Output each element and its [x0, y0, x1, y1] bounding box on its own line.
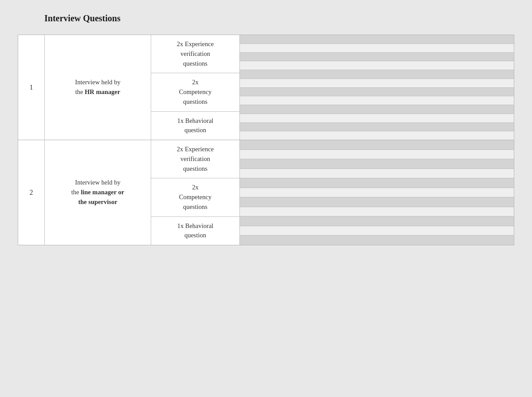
main-table: 1 Interview held bythe HR manager 2x Exp…: [18, 35, 514, 245]
stripe: [240, 236, 514, 245]
questions-col-1: 2x Experienceverificationquestions 2xCom…: [151, 35, 240, 140]
stripe: [240, 114, 514, 123]
question-block-2-1: 2x Experienceverificationquestions: [151, 140, 239, 178]
stripe: [240, 79, 514, 88]
question-block-1-1: 2x Experienceverificationquestions: [151, 35, 239, 73]
stripe: [240, 188, 514, 198]
stripe: [240, 178, 514, 188]
stripe: [240, 35, 514, 44]
stripe: [240, 226, 514, 236]
question-block-2-2: 2xCompetencyquestions: [151, 178, 239, 216]
stripe: [240, 61, 514, 70]
stripe: [240, 216, 514, 226]
stripe: [240, 105, 514, 114]
stripe: [240, 197, 514, 207]
interviewer-label-1: Interview held bythe HR manager: [45, 35, 151, 140]
stripe: [240, 70, 514, 79]
right-area-2: [240, 140, 514, 245]
stripe: [240, 131, 514, 140]
right-area-1: [240, 35, 514, 140]
stripe: [240, 207, 514, 217]
stripe: [240, 88, 514, 97]
interviewer-label-2: Interview held bythe line manager orthe …: [45, 140, 151, 245]
section-1: 1 Interview held bythe HR manager 2x Exp…: [18, 35, 514, 140]
section-2: 2 Interview held bythe line manager orth…: [18, 140, 514, 245]
row-number-2: 2: [18, 140, 45, 245]
stripe: [240, 140, 514, 150]
stripe: [240, 150, 514, 160]
page-title: Interview Questions: [44, 13, 514, 24]
question-block-2-3: 1x Behavioralquestion: [151, 217, 239, 245]
stripe: [240, 53, 514, 62]
row-number-1: 1: [18, 35, 45, 140]
stripe: [240, 44, 514, 53]
stripe: [240, 169, 514, 179]
stripe: [240, 96, 514, 105]
question-block-1-2: 2xCompetencyquestions: [151, 73, 239, 111]
question-block-1-3: 1x Behavioralquestion: [151, 112, 239, 140]
questions-col-2: 2x Experienceverificationquestions 2xCom…: [151, 140, 240, 245]
stripe: [240, 159, 514, 169]
stripe: [240, 123, 514, 132]
